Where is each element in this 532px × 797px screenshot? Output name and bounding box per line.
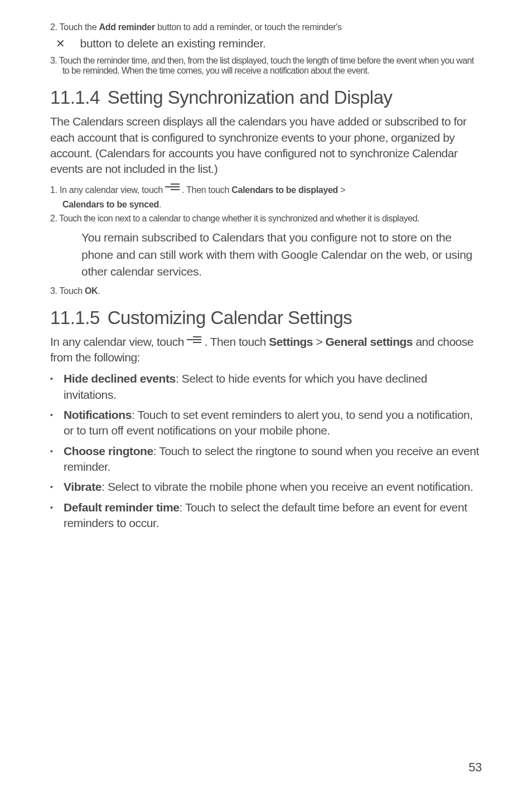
sec114-step2-note: You remain subscribed to Calendars that … [50,229,482,280]
step-3-number: 3. [50,56,57,65]
heading-11-1-4-title: Setting Synchronization and Display [108,87,393,108]
sec114-step1-pre: In any calendar view, touch [57,185,165,195]
sec114-step3-num: 3. [50,286,57,296]
bullet-icon: • [50,374,64,384]
section-11-1-4-intro: The Calendars screen displays all the ca… [50,114,482,177]
li4-bold: Default reminder time [64,501,180,514]
step-2-line2: ✕ button to delete an existing reminder. [50,36,482,51]
sec114-step3-bold: OK [85,286,98,296]
step-2-line2-text: button to delete an existing reminder. [77,37,266,50]
bullet-icon: • [50,446,64,457]
sec114-step1-num: 1. [50,185,57,195]
sec115-intro-b1: Settings [269,335,313,348]
bullet-icon: • [50,503,64,513]
sec114-step2-num: 2. [50,214,57,223]
sec114-step1-continue: Calendars to be synced. [50,199,482,211]
list-item: •Vibrate: Select to vibrate the mobile p… [50,479,482,495]
li0-bold: Hide declined events [64,372,176,385]
li1-bold: Notifications [64,408,132,421]
list-item: •Notifications: Touch to set event remin… [50,407,482,439]
step-2-text-pre: Touch the [57,22,99,32]
heading-11-1-5: 11.1.5Customizing Calendar Settings [50,307,482,329]
close-icon: ✕ [62,36,77,51]
sec114-step3-pre: Touch [57,286,85,296]
sec114-step3-end: . [98,286,100,296]
step-3-text: Touch the reminder time, and then, from … [57,56,473,75]
sec114-step1-bold1: Calendars to be displayed [231,185,338,195]
step-2-line1: 2. Touch the Add reminder button to add … [50,22,482,32]
step-2-number: 2. [50,22,57,32]
section-11-1-5-intro: In any calendar view, touch . Then touch… [50,334,482,366]
sec115-intro-gt: > [313,335,325,348]
sec114-step1-end: . [159,200,161,209]
li3-rest: : Select to vibrate the mobile phone whe… [101,480,473,493]
list-item: •Hide declined events: Select to hide ev… [50,371,482,403]
sec114-step2: 2. Touch the icon next to a calendar to … [50,214,482,224]
step-2-bold: Add reminder [99,22,154,32]
list-item: •Choose ringtone: Touch to select the ri… [50,443,482,475]
heading-11-1-5-title: Customizing Calendar Settings [108,307,352,328]
sec114-step1: 1. In any calendar view, touch . Then to… [50,183,482,195]
sec114-step2-text: Touch the icon next to a calendar to cha… [57,214,419,223]
li3-bold: Vibrate [64,480,101,493]
menu-icon [165,183,180,194]
sec114-step1-gt: > [338,185,345,195]
menu-icon [187,336,201,346]
page-number: 53 [468,760,482,775]
heading-11-1-4: 11.1.4Setting Synchronization and Displa… [50,87,482,108]
sec115-intro-mid: . Then touch [201,335,269,348]
bullet-icon: • [50,410,64,421]
heading-11-1-5-num: 11.1.5 [50,307,100,328]
list-item: •Default reminder time: Touch to select … [50,500,482,532]
sec114-step1-bold2: Calendars to be synced [62,200,159,209]
sec114-step1-mid: . Then touch [180,185,231,195]
li2-bold: Choose ringtone [64,445,153,457]
bullet-icon: • [50,482,64,492]
step-3: 3. Touch the reminder time, and then, fr… [50,56,482,76]
sec115-intro-pre: In any calendar view, touch [50,335,187,348]
step-2-text-post: button to add a reminder, or touch the r… [155,22,342,32]
sec114-step3: 3. Touch OK. [50,286,482,296]
heading-11-1-4-num: 11.1.4 [50,87,100,108]
sec115-intro-b2: General settings [325,335,413,348]
